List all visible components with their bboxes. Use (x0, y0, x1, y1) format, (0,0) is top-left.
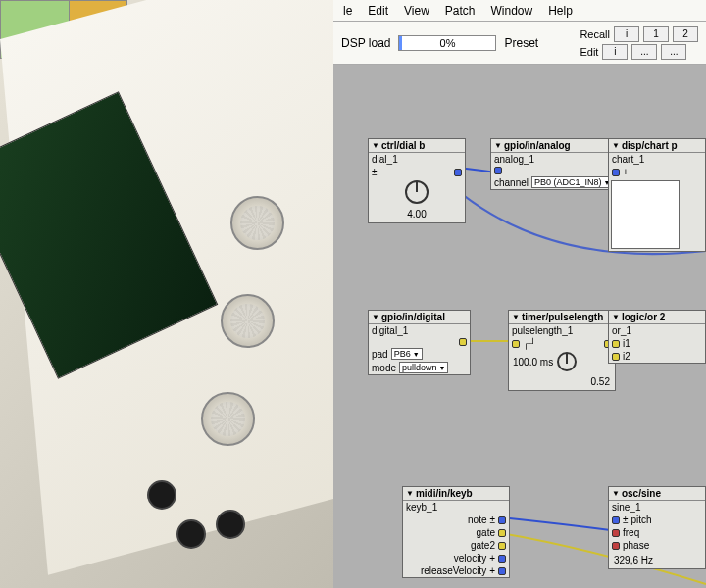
port-out[interactable] (459, 338, 467, 346)
node-title: osc/sine (609, 487, 705, 501)
port-label: velocity (454, 553, 486, 564)
menubar: le Edit View Patch Window Help (333, 0, 706, 22)
menu-file[interactable]: le (335, 2, 360, 20)
i1-label: i1 (623, 338, 630, 349)
node-title: timer/pulselength (509, 311, 615, 324)
menu-help[interactable]: Help (540, 2, 580, 20)
node-title: gpio/in/digital (369, 311, 470, 324)
port-i1[interactable] (612, 340, 620, 348)
hardware-photo (0, 0, 333, 588)
port-label: phase (623, 540, 649, 551)
pulse-knob[interactable] (557, 352, 577, 371)
port-label: note (468, 514, 486, 525)
port-phase[interactable] (612, 542, 620, 550)
recall-1[interactable]: 1 (643, 26, 669, 42)
dial-value: 4.00 (369, 206, 465, 222)
port-label: gate2 (471, 540, 495, 551)
preset-label: Preset (504, 36, 538, 50)
node-name: chart_1 (609, 153, 705, 166)
sine-freq: 329,6 Hz (609, 552, 705, 568)
edit-label: Edit (580, 46, 598, 58)
i2-label: i2 (623, 351, 630, 362)
port-pitch[interactable] (612, 516, 620, 524)
menu-edit[interactable]: Edit (360, 2, 396, 20)
port-gate2[interactable] (498, 542, 506, 550)
port-note[interactable] (498, 516, 506, 524)
port-symbol: + (623, 167, 629, 177)
node-name: keyb_1 (403, 501, 509, 514)
node-title: midi/in/keyb (403, 487, 509, 501)
recall-2[interactable]: 2 (673, 26, 698, 42)
node-title: ctrl/dial b (369, 139, 465, 153)
port-release-velocity[interactable] (498, 567, 506, 575)
port-freq[interactable] (612, 529, 620, 537)
node-pulselength[interactable]: timer/pulselength pulselength_1 ┌┘ 100.0… (508, 310, 616, 391)
node-name: or_1 (609, 324, 705, 337)
pulse-icon: ┌┘ (523, 338, 536, 349)
node-digital[interactable]: gpio/in/digital digital_1 padPB6 modepul… (368, 310, 471, 375)
channel-label: channel (494, 177, 529, 188)
node-name: sine_1 (609, 501, 705, 514)
recall-i[interactable]: i (614, 26, 639, 42)
mode-dropdown[interactable]: pulldown (399, 362, 448, 373)
dsp-load-bar: 0% (398, 35, 496, 51)
chart-display (611, 180, 680, 249)
menu-patch[interactable]: Patch (437, 2, 483, 20)
pad-dropdown[interactable]: PB6 (391, 348, 423, 360)
node-logic-or[interactable]: logic/or 2 or_1 i1 i2 (608, 310, 706, 364)
sym: + (489, 565, 495, 576)
edit-more2[interactable]: ... (661, 44, 686, 60)
sym: ± (623, 514, 629, 525)
port-symbol: ± (372, 167, 378, 177)
dsp-label: DSP load (341, 36, 390, 50)
pad-label: pad (372, 349, 388, 360)
node-title: disp/chart p (609, 139, 705, 153)
pulse-time: 100.0 ms (513, 357, 553, 368)
port-gate[interactable] (498, 529, 506, 537)
menu-window[interactable]: Window (483, 2, 541, 20)
port-velocity[interactable] (498, 555, 506, 563)
node-name: pulselength_1 (509, 324, 615, 337)
port-i2[interactable] (612, 353, 620, 361)
patch-editor: le Edit View Patch Window Help DSP load … (333, 0, 706, 588)
node-name: dial_1 (369, 153, 465, 166)
patch-canvas[interactable]: ctrl/dial b dial_1 ± 4.00 gpio/in/analog… (333, 65, 706, 588)
edit-more1[interactable]: ... (631, 44, 657, 60)
node-name: digital_1 (369, 324, 470, 337)
sym: ± (490, 514, 496, 525)
menu-view[interactable]: View (396, 2, 437, 20)
port-in[interactable] (494, 167, 502, 174)
port-label: gate (477, 527, 495, 538)
dial-knob[interactable] (405, 180, 429, 204)
port-out[interactable] (454, 169, 462, 176)
mode-label: mode (372, 363, 396, 373)
node-dial[interactable]: ctrl/dial b dial_1 ± 4.00 (368, 138, 466, 223)
port-label: pitch (631, 514, 652, 525)
port-label: freq (623, 527, 639, 538)
toolbar: DSP load 0% Preset Recall i 1 2 Edit i .… (333, 22, 706, 65)
port-label: releaseVelocity (421, 565, 486, 576)
recall-label: Recall (580, 28, 610, 40)
node-title: logic/or 2 (609, 311, 705, 324)
pulse-value: 0.52 (509, 373, 615, 390)
node-keyb[interactable]: midi/in/keyb keyb_1 note± gate gate2 vel… (402, 486, 510, 578)
node-chart[interactable]: disp/chart p chart_1 + (608, 138, 706, 252)
edit-i[interactable]: i (602, 44, 628, 60)
node-sine[interactable]: osc/sine sine_1 ±pitch freq phase 329,6 … (608, 486, 706, 569)
port-in[interactable] (512, 340, 520, 348)
sym: + (489, 553, 495, 564)
channel-dropdown[interactable]: PB0 (ADC1_IN8) (531, 176, 613, 188)
port-in[interactable] (612, 169, 620, 176)
